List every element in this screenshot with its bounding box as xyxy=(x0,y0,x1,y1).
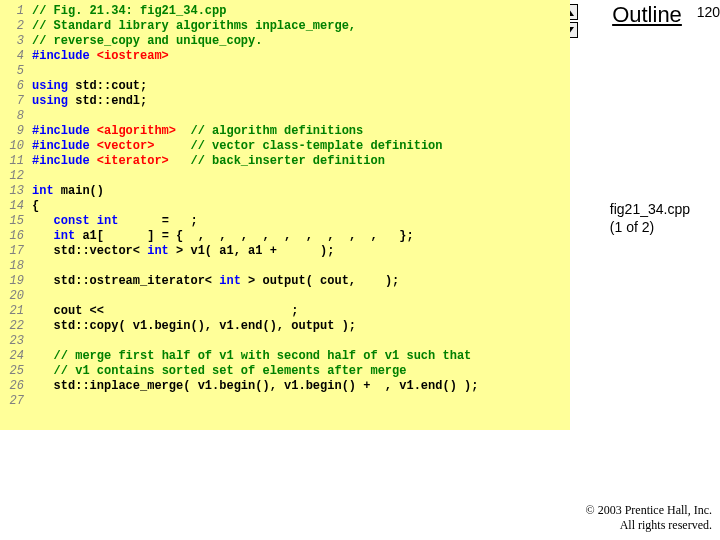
code-line: 24 // merge first half of v1 with second… xyxy=(0,349,570,364)
code-text: #include <iterator> // back_inserter def… xyxy=(32,154,385,169)
code-line: 14{ xyxy=(0,199,570,214)
code-line: 17 std::vector< int > v1( a1, a1 + ); xyxy=(0,244,570,259)
line-number: 3 xyxy=(0,34,32,49)
figure-caption: fig21_34.cpp (1 of 2) xyxy=(610,200,690,236)
line-number: 13 xyxy=(0,184,32,199)
line-number: 10 xyxy=(0,139,32,154)
line-number: 12 xyxy=(0,169,32,184)
code-line: 12 xyxy=(0,169,570,184)
code-text: int a1[ ] = { , , , , , , , , , }; xyxy=(32,229,414,244)
line-number: 21 xyxy=(0,304,32,319)
line-number: 4 xyxy=(0,49,32,64)
code-text: // reverse_copy and unique_copy. xyxy=(32,34,262,49)
code-text: #include <iostream> xyxy=(32,49,169,64)
code-line: 11#include <iterator> // back_inserter d… xyxy=(0,154,570,169)
code-line: 13int main() xyxy=(0,184,570,199)
caption-line: fig21_34.cpp xyxy=(610,200,690,218)
copyright-footer: © 2003 Prentice Hall, Inc. All rights re… xyxy=(586,503,712,534)
line-number: 15 xyxy=(0,214,32,229)
line-number: 22 xyxy=(0,319,32,334)
code-text: std::inplace_merge( v1.begin(), v1.begin… xyxy=(32,379,478,394)
code-text: #include <vector> // vector class-templa… xyxy=(32,139,442,154)
code-line: 5 xyxy=(0,64,570,79)
code-line: 16 int a1[ ] = { , , , , , , , , , }; xyxy=(0,229,570,244)
code-text: #include <algorithm> // algorithm defini… xyxy=(32,124,363,139)
code-line: 20 xyxy=(0,289,570,304)
code-text: const int = ; xyxy=(32,214,198,229)
code-line: 8 xyxy=(0,109,570,124)
line-number: 25 xyxy=(0,364,32,379)
code-text: // Fig. 21.34: fig21_34.cpp xyxy=(32,4,226,19)
line-number: 2 xyxy=(0,19,32,34)
code-line: 26 std::inplace_merge( v1.begin(), v1.be… xyxy=(0,379,570,394)
code-text: std::vector< int > v1( a1, a1 + ); xyxy=(32,244,334,259)
line-number: 5 xyxy=(0,64,32,79)
footer-line: © 2003 Prentice Hall, Inc. xyxy=(586,503,712,519)
line-number: 27 xyxy=(0,394,32,409)
code-line: 10#include <vector> // vector class-temp… xyxy=(0,139,570,154)
code-line: 9#include <algorithm> // algorithm defin… xyxy=(0,124,570,139)
code-text: { xyxy=(32,199,39,214)
code-text: using std::cout; xyxy=(32,79,147,94)
code-line: 2// Standard library algorithms inplace_… xyxy=(0,19,570,34)
line-number: 1 xyxy=(0,4,32,19)
code-text: using std::endl; xyxy=(32,94,147,109)
outline-box: Outline xyxy=(582,2,712,28)
line-number: 17 xyxy=(0,244,32,259)
code-line: 15 const int = ; xyxy=(0,214,570,229)
code-line: 4#include <iostream> xyxy=(0,49,570,64)
caption-line: (1 of 2) xyxy=(610,218,690,236)
line-number: 20 xyxy=(0,289,32,304)
line-number: 23 xyxy=(0,334,32,349)
line-number: 18 xyxy=(0,259,32,274)
line-number: 14 xyxy=(0,199,32,214)
footer-line: All rights reserved. xyxy=(586,518,712,534)
code-line: 22 std::copy( v1.begin(), v1.end(), outp… xyxy=(0,319,570,334)
outline-title: Outline xyxy=(582,2,712,28)
code-line: 19 std::ostream_iterator< int > output( … xyxy=(0,274,570,289)
line-number: 26 xyxy=(0,379,32,394)
code-line: 3// reverse_copy and unique_copy. xyxy=(0,34,570,49)
line-number: 11 xyxy=(0,154,32,169)
code-line: 7using std::endl; xyxy=(0,94,570,109)
code-text: std::ostream_iterator< int > output( cou… xyxy=(32,274,399,289)
code-text: // Standard library algorithms inplace_m… xyxy=(32,19,356,34)
code-panel: 1// Fig. 21.34: fig21_34.cpp2// Standard… xyxy=(0,0,570,430)
line-number: 6 xyxy=(0,79,32,94)
code-text: std::copy( v1.begin(), v1.end(), output … xyxy=(32,319,356,334)
page-number: 120 xyxy=(697,4,720,20)
code-text: // merge first half of v1 with second ha… xyxy=(32,349,471,364)
code-line: 1// Fig. 21.34: fig21_34.cpp xyxy=(0,4,570,19)
code-line: 21 cout << ; xyxy=(0,304,570,319)
line-number: 19 xyxy=(0,274,32,289)
code-text: cout << ; xyxy=(32,304,298,319)
line-number: 24 xyxy=(0,349,32,364)
code-line: 25 // v1 contains sorted set of elements… xyxy=(0,364,570,379)
line-number: 16 xyxy=(0,229,32,244)
line-number: 9 xyxy=(0,124,32,139)
line-number: 7 xyxy=(0,94,32,109)
code-text: // v1 contains sorted set of elements af… xyxy=(32,364,406,379)
code-line: 23 xyxy=(0,334,570,349)
code-text: int main() xyxy=(32,184,104,199)
code-line: 6using std::cout; xyxy=(0,79,570,94)
code-line: 27 xyxy=(0,394,570,409)
line-number: 8 xyxy=(0,109,32,124)
code-line: 18 xyxy=(0,259,570,274)
